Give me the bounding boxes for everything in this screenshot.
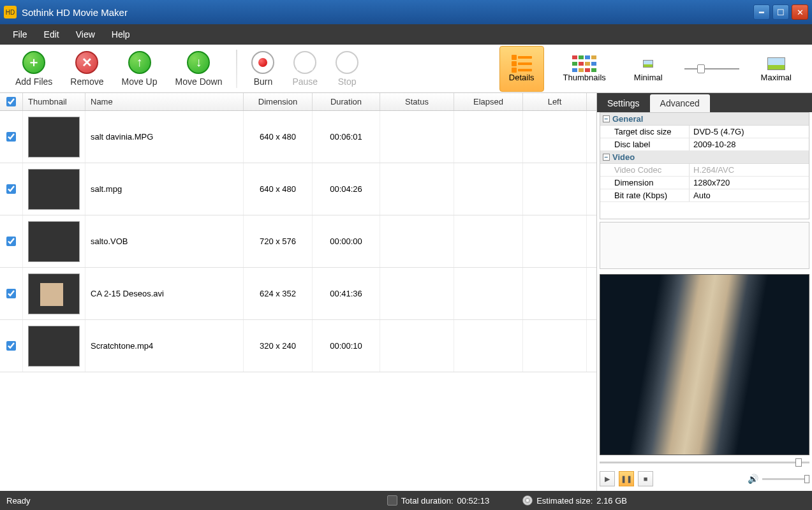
preview-panel: ▶ ❚❚ ■ 🔊 xyxy=(600,274,809,488)
group-video[interactable]: −Video xyxy=(600,151,809,164)
table-row[interactable]: salt.mpg640 x 48000:04:26 xyxy=(0,163,596,215)
file-thumbnail xyxy=(28,169,80,210)
table-row[interactable]: salto.VOB720 x 57600:00:00 xyxy=(0,215,596,268)
row-checkbox[interactable] xyxy=(6,184,16,194)
add-files-button[interactable]: ＋ Add Files xyxy=(11,46,56,92)
table-row[interactable]: salt davinia.MPG640 x 48000:06:01 xyxy=(0,111,596,163)
file-left xyxy=(523,320,587,372)
file-dimension: 640 x 480 xyxy=(244,111,313,163)
column-left[interactable]: Left xyxy=(523,93,587,110)
maximize-button[interactable]: ☐ xyxy=(772,4,789,20)
thumbnails-icon xyxy=(573,55,596,73)
menu-view[interactable]: View xyxy=(68,27,103,42)
prop-target-disc-size[interactable]: Target disc sizeDVD-5 (4.7G) xyxy=(600,126,809,138)
file-duration: 00:06:01 xyxy=(313,111,380,163)
stop-icon: ■ xyxy=(336,51,358,74)
burn-button[interactable]: Burn xyxy=(247,46,278,92)
column-dimension[interactable]: Dimension xyxy=(244,93,313,110)
menu-edit[interactable]: Edit xyxy=(36,27,67,42)
app-icon: HD xyxy=(4,6,17,18)
tab-settings[interactable]: Settings xyxy=(597,94,650,112)
arrow-down-icon: ↓ xyxy=(187,51,210,74)
video-preview[interactable] xyxy=(600,274,809,455)
status-bar: Ready Total duration: 00:52:13 Estimated… xyxy=(0,491,812,510)
status-estimated-size: Estimated size: 2.16 GB xyxy=(522,495,627,506)
move-down-button[interactable]: ↓ Move Down xyxy=(172,46,226,92)
group-general[interactable]: −General xyxy=(600,113,809,126)
file-thumbnail xyxy=(28,273,80,314)
file-status xyxy=(380,215,454,267)
file-dimension: 720 x 576 xyxy=(244,215,313,267)
close-button[interactable]: ✕ xyxy=(792,4,808,20)
file-dimension: 624 x 352 xyxy=(244,268,313,319)
preview-pause-button[interactable]: ❚❚ xyxy=(619,471,634,486)
file-elapsed xyxy=(454,111,523,163)
column-elapsed[interactable]: Elapsed xyxy=(454,93,523,110)
file-left xyxy=(523,268,587,319)
row-checkbox[interactable] xyxy=(6,341,16,351)
title-bar: HD Sothink HD Movie Maker ━ ☐ ✕ xyxy=(0,0,812,24)
menu-file[interactable]: File xyxy=(5,27,35,42)
column-name[interactable]: Name xyxy=(85,93,244,110)
file-status xyxy=(380,111,454,163)
prop-bit-rate[interactable]: Bit rate (Kbps)Auto xyxy=(600,189,809,202)
details-icon xyxy=(510,55,533,73)
row-checkbox[interactable] xyxy=(6,237,16,246)
table-row[interactable]: CA 2-15 Deseos.avi624 x 35200:41:36 xyxy=(0,268,596,320)
prop-video-codec[interactable]: Video CodecH.264/AVC xyxy=(600,164,809,177)
file-thumbnail xyxy=(28,221,80,262)
collapse-icon[interactable]: − xyxy=(603,154,610,161)
file-name: salt.mpg xyxy=(85,163,244,215)
status-ready: Ready xyxy=(6,496,31,506)
plus-icon: ＋ xyxy=(22,51,45,74)
seek-bar[interactable] xyxy=(600,456,809,468)
tab-advanced[interactable]: Advanced xyxy=(650,94,710,112)
seek-handle-icon[interactable] xyxy=(795,458,802,467)
details-view-button[interactable]: Details xyxy=(499,46,544,92)
side-panel: Settings Advanced −General Target disc s… xyxy=(597,93,812,491)
file-duration: 00:00:10 xyxy=(313,320,380,372)
volume-handle-icon[interactable] xyxy=(804,475,809,483)
file-dimension: 640 x 480 xyxy=(244,163,313,215)
remove-button[interactable]: ✕ Remove xyxy=(66,46,107,92)
table-row[interactable]: Scratchtone.mp4320 x 24000:00:10 xyxy=(0,320,596,372)
row-checkbox[interactable] xyxy=(6,132,16,142)
column-thumbnail[interactable]: Thumbnail xyxy=(23,93,85,110)
minimize-button[interactable]: ━ xyxy=(753,4,770,20)
stop-button[interactable]: ■ Stop xyxy=(332,46,362,92)
x-icon: ✕ xyxy=(75,51,98,74)
minimal-size-button[interactable]: Minimal xyxy=(625,46,672,92)
file-elapsed xyxy=(454,215,523,267)
preview-stop-button[interactable]: ■ xyxy=(638,471,653,486)
file-dimension: 320 x 240 xyxy=(244,320,313,372)
select-all-checkbox[interactable] xyxy=(6,97,16,106)
column-status[interactable]: Status xyxy=(380,93,454,110)
play-button[interactable]: ▶ xyxy=(600,471,615,486)
volume-slider[interactable] xyxy=(762,478,809,480)
row-checkbox[interactable] xyxy=(6,289,16,298)
menu-help[interactable]: Help xyxy=(104,27,138,42)
file-left xyxy=(523,111,587,163)
thumbnails-view-button[interactable]: Thumbnails xyxy=(554,46,615,92)
list-header: Thumbnail Name Dimension Duration Status… xyxy=(0,93,596,111)
properties-grid[interactable]: −General Target disc sizeDVD-5 (4.7G) Di… xyxy=(600,112,809,219)
side-tabs: Settings Advanced xyxy=(597,93,812,112)
arrow-up-icon: ↑ xyxy=(128,51,151,74)
film-icon xyxy=(387,495,397,506)
thumbnail-size-slider[interactable] xyxy=(684,68,739,69)
prop-dimension[interactable]: Dimension1280x720 xyxy=(600,177,809,189)
toolbar-separator xyxy=(236,50,237,88)
maximal-size-button[interactable]: Maximal xyxy=(752,46,801,92)
file-left xyxy=(523,163,587,215)
file-list: Thumbnail Name Dimension Duration Status… xyxy=(0,93,597,491)
slider-thumb-icon[interactable] xyxy=(697,64,705,73)
prop-disc-label[interactable]: Disc label2009-10-28 xyxy=(600,138,809,151)
menu-bar: File Edit View Help xyxy=(0,24,812,45)
file-name: CA 2-15 Deseos.avi xyxy=(85,268,244,319)
pause-button[interactable]: ❚❚ Pause xyxy=(288,46,321,92)
column-duration[interactable]: Duration xyxy=(313,93,380,110)
move-up-button[interactable]: ↑ Move Up xyxy=(118,46,161,92)
collapse-icon[interactable]: − xyxy=(603,115,610,122)
file-duration: 00:41:36 xyxy=(313,268,380,319)
volume-icon[interactable]: 🔊 xyxy=(748,474,758,484)
